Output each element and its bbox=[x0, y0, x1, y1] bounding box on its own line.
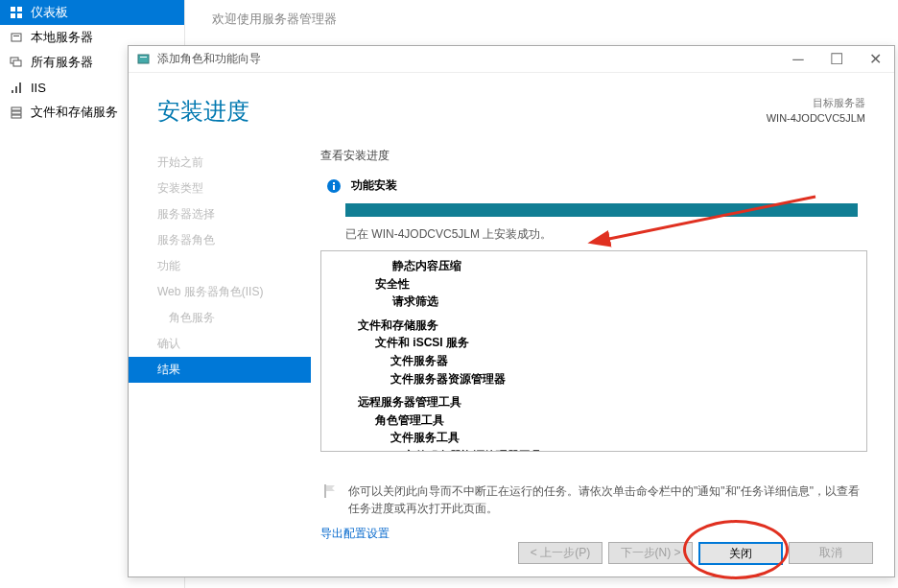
step-server-roles: 服务器角色 bbox=[129, 227, 311, 253]
install-success-text: 已在 WIN-4JODCVC5JLM 上安装成功。 bbox=[345, 226, 869, 243]
step-before: 开始之前 bbox=[129, 150, 311, 176]
content-title: 查看安装进度 bbox=[320, 148, 869, 164]
close-button[interactable]: 关闭 bbox=[698, 542, 783, 565]
sidebar-item-dashboard[interactable]: 仪表板 bbox=[0, 0, 184, 25]
step-features: 功能 bbox=[129, 253, 311, 279]
dialog-heading: 安装进度 bbox=[157, 96, 249, 127]
target-server-info: 目标服务器 WIN-4JODCVC5JLM bbox=[767, 96, 865, 124]
svg-rect-15 bbox=[140, 57, 147, 58]
svg-rect-5 bbox=[13, 35, 19, 36]
dialog-header: 安装进度 目标服务器 WIN-4JODCVC5JLM bbox=[129, 73, 894, 142]
export-config-link[interactable]: 导出配置设置 bbox=[320, 526, 390, 542]
svg-rect-7 bbox=[13, 60, 21, 66]
svg-rect-10 bbox=[19, 82, 21, 93]
svg-rect-18 bbox=[333, 182, 335, 184]
window-close-button[interactable]: ✕ bbox=[856, 46, 894, 73]
tree-item: 文件服务器资源管理器 bbox=[329, 370, 859, 388]
servers-icon bbox=[10, 56, 23, 69]
tree-item: 请求筛选 bbox=[329, 293, 859, 311]
svg-rect-4 bbox=[12, 34, 21, 41]
dialog-footer: < 上一步(P) 下一步(N) > 关闭 取消 bbox=[518, 542, 873, 565]
dialog-content: 查看安装进度 功能安装 已在 WIN-4JODCVC5JLM 上安装成功。 静态… bbox=[311, 142, 894, 468]
tree-item: 文件和 iSCSI 服务 bbox=[329, 334, 859, 352]
svg-rect-12 bbox=[12, 111, 21, 114]
add-roles-wizard-dialog: 添加角色和功能向导 ─ ☐ ✕ 安装进度 目标服务器 WIN-4JODCVC5J… bbox=[128, 45, 895, 577]
prev-button: < 上一步(P) bbox=[518, 542, 603, 564]
status-row: 功能安装 bbox=[326, 177, 869, 194]
server-icon bbox=[10, 31, 23, 44]
status-text: 功能安装 bbox=[351, 177, 397, 194]
dialog-titlebar[interactable]: 添加角色和功能向导 ─ ☐ ✕ bbox=[129, 46, 894, 73]
minimize-button[interactable]: ─ bbox=[779, 46, 817, 73]
step-install-type: 安装类型 bbox=[129, 176, 311, 201]
cancel-button: 取消 bbox=[789, 542, 873, 564]
tree-item: 角色管理工具 bbox=[329, 412, 859, 430]
welcome-header: 欢迎使用服务器管理器 bbox=[185, 0, 898, 38]
storage-icon bbox=[10, 106, 23, 119]
svg-rect-2 bbox=[11, 13, 15, 18]
step-results[interactable]: 结果 bbox=[129, 357, 311, 383]
notice-text: 你可以关闭此向导而不中断正在运行的任务。请依次单击命令栏中的"通知"和"任务详细… bbox=[348, 482, 868, 517]
next-button: 下一步(N) > bbox=[608, 542, 693, 564]
tree-item: 远程服务器管理工具 bbox=[329, 393, 859, 412]
svg-rect-0 bbox=[11, 7, 15, 12]
flag-icon bbox=[321, 482, 339, 500]
progress-bar bbox=[345, 203, 858, 217]
dialog-title: 添加角色和功能向导 bbox=[157, 51, 779, 67]
wizard-icon bbox=[136, 52, 152, 67]
svg-rect-8 bbox=[12, 90, 13, 93]
sidebar-item-label: 所有服务器 bbox=[31, 54, 93, 71]
sidebar-item-label: IIS bbox=[31, 81, 46, 95]
svg-rect-9 bbox=[15, 86, 17, 93]
dialog-main: 开始之前 安装类型 服务器选择 服务器角色 功能 Web 服务器角色(IIS) … bbox=[129, 142, 894, 468]
tree-item: 文件服务器资源管理器工具 bbox=[329, 447, 859, 452]
result-tree[interactable]: 静态内容压缩 安全性 请求筛选 文件和存储服务 文件和 iSCSI 服务 文件服… bbox=[320, 250, 867, 452]
svg-rect-11 bbox=[12, 107, 21, 110]
welcome-text: 欢迎使用服务器管理器 bbox=[212, 11, 337, 28]
tree-item: 安全性 bbox=[329, 275, 859, 294]
svg-rect-3 bbox=[17, 13, 22, 18]
iis-icon bbox=[10, 81, 23, 94]
svg-rect-1 bbox=[17, 7, 22, 12]
step-role-services: 角色服务 bbox=[129, 305, 311, 331]
target-label: 目标服务器 bbox=[767, 96, 865, 110]
step-iis-role: Web 服务器角色(IIS) bbox=[129, 279, 311, 305]
tree-item: 文件服务器 bbox=[329, 352, 859, 370]
sidebar-item-label: 文件和存储服务 bbox=[31, 104, 118, 121]
target-name: WIN-4JODCVC5JLM bbox=[767, 112, 865, 124]
tree-item: 文件服务工具 bbox=[329, 429, 859, 447]
svg-rect-19 bbox=[324, 484, 326, 498]
svg-rect-17 bbox=[333, 185, 335, 190]
dashboard-icon bbox=[10, 6, 23, 19]
maximize-button[interactable]: ☐ bbox=[817, 46, 856, 73]
sidebar-item-label: 仪表板 bbox=[31, 4, 68, 21]
svg-rect-14 bbox=[138, 55, 149, 63]
step-server-select: 服务器选择 bbox=[129, 201, 311, 227]
dialog-body: 安装进度 目标服务器 WIN-4JODCVC5JLM 开始之前 安装类型 服务器… bbox=[129, 73, 894, 576]
wizard-steps: 开始之前 安装类型 服务器选择 服务器角色 功能 Web 服务器角色(IIS) … bbox=[129, 142, 311, 468]
sidebar-item-label: 本地服务器 bbox=[31, 29, 93, 46]
tree-item: 文件和存储服务 bbox=[329, 317, 859, 335]
info-icon bbox=[326, 178, 342, 194]
step-confirm: 确认 bbox=[129, 331, 311, 357]
notice-box: 你可以关闭此向导而不中断正在运行的任务。请依次单击命令栏中的"通知"和"任务详细… bbox=[320, 482, 869, 518]
svg-rect-13 bbox=[12, 115, 21, 118]
tree-item: 静态内容压缩 bbox=[329, 257, 859, 275]
notice-area: 你可以关闭此向导而不中断正在运行的任务。请依次单击命令栏中的"通知"和"任务详细… bbox=[129, 468, 894, 542]
